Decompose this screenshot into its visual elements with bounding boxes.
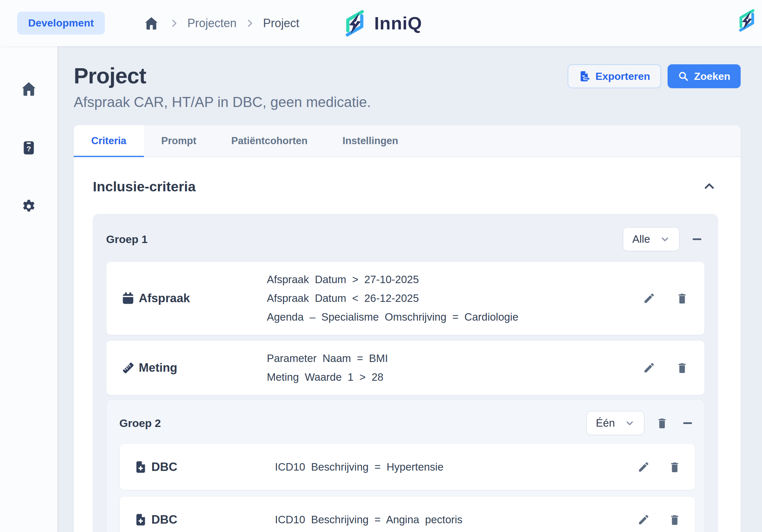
chevron-right-icon	[169, 19, 179, 28]
edit-criterion-button[interactable]	[636, 459, 652, 475]
file-medical-icon	[134, 460, 147, 474]
criterion-type-label: Afspraak	[139, 292, 190, 305]
lightning-logo-icon	[340, 8, 370, 38]
criterion-row-dbc-2: DBC ICD10 Beschrijving = Angina pectoris	[119, 496, 695, 532]
criterion-type-label: DBC	[151, 460, 177, 474]
group-2-operator-select[interactable]: Één	[586, 411, 644, 435]
condition-text: ICD10 Beschrijving = Hypertensie	[275, 458, 626, 476]
condition-text: Agenda – Specialisme Omschrijving = Card…	[267, 308, 631, 326]
delete-criterion-button[interactable]	[674, 290, 690, 306]
environment-badge: Development	[17, 12, 105, 34]
chevron-right-icon	[245, 19, 255, 28]
group-1-operator-select[interactable]: Alle	[623, 227, 679, 251]
trash-icon	[676, 292, 688, 304]
condition-text: Afspraak Datum < 26-12-2025	[267, 289, 631, 308]
page-title: Project	[74, 63, 371, 88]
home-icon	[21, 81, 37, 97]
group-1-operator-value: Alle	[632, 233, 650, 245]
pencil-icon	[638, 461, 650, 473]
tab-criteria-label: Criteria	[91, 135, 126, 147]
condition-text: Parameter Naam = BMI	[267, 349, 631, 368]
minus-icon	[682, 417, 693, 429]
edit-criterion-button[interactable]	[641, 290, 657, 306]
tab-patientcohorten-label: Patiëntcohorten	[231, 135, 308, 147]
trash-icon	[656, 417, 668, 429]
sidebar-item-settings[interactable]	[19, 196, 39, 217]
page-header: Project Afspraak CAR, HT/AP in DBC, geen…	[74, 63, 741, 110]
tab-prompt-label: Prompt	[161, 135, 197, 147]
calendar-icon	[121, 292, 135, 305]
condition-text: ICD10 Beschrijving = Angina pectoris	[275, 510, 626, 529]
tab-criteria[interactable]: Criteria	[74, 125, 144, 157]
page-subtitle: Afspraak CAR, HT/AP in DBC, geen medicat…	[74, 94, 371, 110]
tab-prompt[interactable]: Prompt	[144, 125, 214, 157]
delete-criterion-button[interactable]	[667, 459, 683, 475]
ruler-icon	[121, 361, 135, 374]
main-content: Project Afspraak CAR, HT/AP in DBC, geen…	[57, 46, 762, 532]
top-bar: Development Projecten Project InniQ	[0, 0, 762, 46]
group-2-operator-value: Één	[596, 417, 615, 429]
minus-icon	[691, 233, 703, 245]
trash-icon	[668, 513, 681, 526]
pencil-icon	[643, 292, 655, 304]
delete-criterion-button[interactable]	[674, 360, 690, 376]
group-2-remove-button[interactable]	[680, 415, 695, 431]
trash-icon	[668, 461, 681, 473]
export-button-label: Exporteren	[595, 70, 650, 82]
pencil-icon	[638, 513, 650, 526]
edit-criterion-button[interactable]	[636, 512, 652, 528]
chevron-up-icon	[703, 180, 716, 193]
gear-icon	[21, 198, 37, 215]
group-2-label: Groep 2	[119, 417, 161, 430]
pencil-icon	[643, 362, 655, 374]
breadcrumb-item-projecten[interactable]: Projecten	[187, 17, 236, 30]
condition-text: Afspraak Datum > 27-10-2025	[267, 270, 631, 289]
chevron-down-icon	[660, 234, 670, 244]
section-title: Inclusie-criteria	[93, 179, 196, 195]
app-window: Development Projecten Project InniQ	[0, 0, 762, 532]
breadcrumb-home-icon[interactable]	[142, 14, 161, 33]
sidebar-item-home[interactable]	[19, 79, 39, 99]
criteria-group-2: Groep 2 Één	[106, 399, 705, 532]
file-export-icon	[578, 70, 590, 82]
tab-patientcohorten[interactable]: Patiëntcohorten	[214, 125, 325, 157]
criterion-row-afspraak: Afspraak Afspraak Datum > 27-10-2025 Afs…	[106, 261, 705, 335]
sidebar-item-help[interactable]	[19, 137, 39, 158]
search-button[interactable]: Zoeken	[667, 64, 741, 88]
trash-icon	[676, 362, 688, 374]
tab-bar: Criteria Prompt Patiëntcohorten Instelli…	[74, 125, 741, 157]
brand-name: InniQ	[374, 13, 422, 33]
clipboard-question-icon	[21, 140, 37, 156]
sidebar	[0, 46, 57, 532]
group-1-label: Groep 1	[106, 233, 147, 246]
file-medical-icon	[134, 513, 147, 526]
criterion-type-label: Meting	[139, 361, 177, 374]
criterion-type-label: DBC	[151, 513, 177, 526]
edit-criterion-button[interactable]	[641, 360, 657, 376]
criteria-group-1: Groep 1 Alle	[93, 214, 718, 532]
brand-logo: InniQ	[340, 8, 422, 38]
search-icon	[678, 71, 689, 82]
criterion-row-dbc-1: DBC ICD10 Beschrijving = Hypertensie	[119, 443, 695, 490]
export-button[interactable]: Exporteren	[568, 64, 661, 88]
criteria-panel: Inclusie-criteria Groep 1 Alle	[74, 157, 741, 532]
corner-logo-icon[interactable]	[734, 8, 759, 34]
chevron-down-icon	[625, 418, 635, 428]
breadcrumb: Projecten Project	[142, 14, 299, 33]
tab-instellingen-label: Instellingen	[343, 135, 398, 147]
breadcrumb-item-project: Project	[263, 17, 299, 30]
group-2-delete-button[interactable]	[654, 415, 670, 431]
criterion-row-meting: Meting Parameter Naam = BMI Meting Waard…	[106, 340, 705, 395]
delete-criterion-button[interactable]	[667, 512, 683, 528]
project-card: Criteria Prompt Patiëntcohorten Instelli…	[74, 125, 741, 532]
search-button-label: Zoeken	[694, 70, 730, 82]
condition-text: Meting Waarde 1 > 28	[267, 368, 631, 386]
tab-instellingen[interactable]: Instellingen	[325, 125, 416, 157]
collapse-section-button[interactable]	[701, 178, 718, 195]
group-1-remove-button[interactable]	[689, 232, 705, 247]
